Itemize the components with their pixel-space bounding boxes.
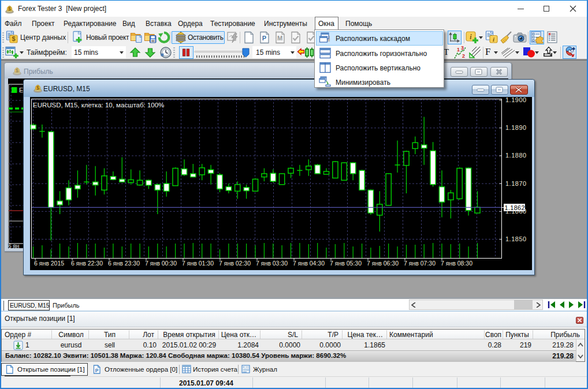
svg-text:P: P <box>95 368 99 373</box>
